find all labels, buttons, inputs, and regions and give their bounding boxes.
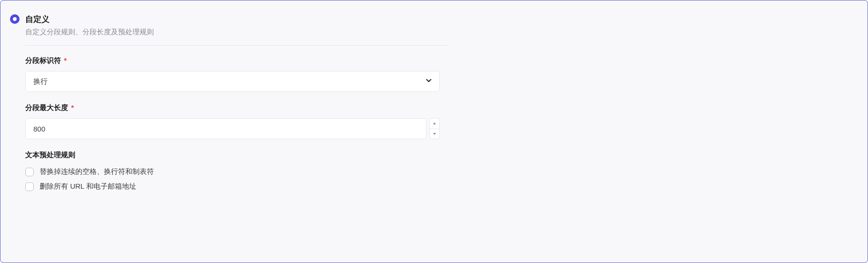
maxlength-field-group: 分段最大长度 * [25, 103, 449, 139]
preprocess-option-row[interactable]: 删除所有 URL 和电子邮箱地址 [25, 182, 449, 191]
form-area: 分段标识符 * 换行 分段最大长度 * [10, 56, 449, 191]
chevron-up-icon [433, 122, 436, 125]
maxlength-label-text: 分段最大长度 [25, 103, 68, 111]
separator-select-value[interactable]: 换行 [25, 71, 440, 92]
required-mark: * [71, 103, 74, 111]
required-mark: * [64, 56, 67, 64]
chevron-down-icon [433, 132, 436, 135]
separator-label: 分段标识符 * [25, 56, 449, 65]
option-title: 自定义 [25, 14, 154, 25]
preprocess-title: 文本预处理规则 [25, 151, 449, 160]
separator-select[interactable]: 换行 [25, 71, 440, 92]
option-header[interactable]: 自定义 自定义分段规则、分段长度及预处理规则 [10, 14, 858, 37]
checkbox-remove-urls-emails[interactable] [25, 182, 34, 191]
preprocess-option-row[interactable]: 替换掉连续的空格、换行符和制表符 [25, 167, 449, 176]
spinner-down-button[interactable] [429, 129, 440, 140]
divider [25, 45, 449, 46]
maxlength-input-wrap [25, 118, 440, 139]
separator-field-group: 分段标识符 * 换行 [25, 56, 449, 92]
preprocess-group: 文本预处理规则 替换掉连续的空格、换行符和制表符 删除所有 URL 和电子邮箱地… [25, 151, 449, 191]
header-text-block: 自定义 自定义分段规则、分段长度及预处理规则 [25, 14, 154, 37]
spinner-up-button[interactable] [429, 118, 440, 129]
checkbox-label: 替换掉连续的空格、换行符和制表符 [40, 167, 154, 176]
custom-settings-panel: 自定义 自定义分段规则、分段长度及预处理规则 分段标识符 * 换行 分段最大长度… [0, 0, 868, 263]
separator-label-text: 分段标识符 [25, 56, 61, 64]
checkbox-label: 删除所有 URL 和电子邮箱地址 [40, 182, 136, 191]
checkbox-replace-whitespace[interactable] [25, 168, 34, 176]
option-subtitle: 自定义分段规则、分段长度及预处理规则 [25, 28, 154, 37]
maxlength-input[interactable] [25, 118, 426, 139]
number-spinner [429, 118, 440, 139]
maxlength-label: 分段最大长度 * [25, 103, 449, 112]
radio-selected-icon[interactable] [10, 14, 20, 24]
